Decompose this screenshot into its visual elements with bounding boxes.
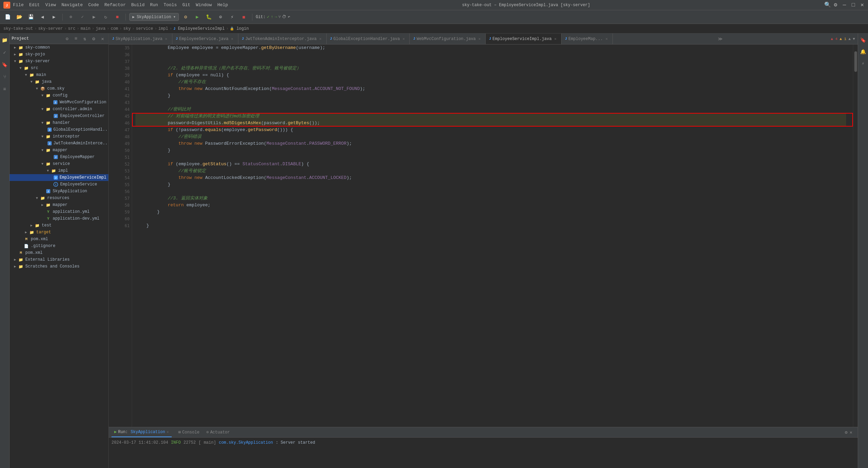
tree-item-gitignore[interactable]: 📄 .gitignore [10,243,108,249]
breakpoint-53[interactable] [135,168,141,174]
tree-item-sky-server[interactable]: ▼ 📁 sky-server [10,58,108,65]
stop-all-button[interactable]: ◼ [239,12,249,22]
breakpoint-45[interactable] [135,113,141,120]
panel-settings-button[interactable]: ⚙ [845,430,847,435]
tree-item-jwt[interactable]: J JwtTokenAdminInterce... [10,140,108,147]
tree-item-application-yml[interactable]: Y application.yml [10,208,108,215]
tree-item-controller[interactable]: ▼ 📁 controller.admin [10,106,108,113]
tree-item-employee-controller[interactable]: J EmployeeController [10,113,108,119]
menu-git[interactable]: Git [182,2,190,8]
menu-build[interactable]: Build [131,2,145,8]
close-tab-esi[interactable]: ✕ [553,37,558,41]
breakpoint-36[interactable] [135,51,141,58]
menu-window[interactable]: Window [196,2,212,8]
tree-item-interceptor[interactable]: ▼ 📁 interceptor [10,133,108,140]
close-tab-em[interactable]: ✕ [604,37,609,41]
maximize-button[interactable]: □ [851,3,856,8]
new-file-button[interactable]: 📄 [3,12,12,22]
tree-item-external-libs[interactable]: ▶ 📁 External Libraries [10,256,108,263]
console-tab[interactable]: ⊞ Console [176,430,202,435]
menu-run[interactable]: Run [150,2,158,8]
menu-tools[interactable]: Tools [163,2,177,8]
build-project-button[interactable]: ⚙ [181,12,190,22]
save-button[interactable]: 💾 [26,12,36,22]
tree-item-sky-common[interactable]: ▶ 📁 sky-common [10,44,108,51]
breakpoint-56[interactable] [135,188,141,195]
back-button[interactable]: ◀ [38,12,47,22]
breakpoint-48[interactable] [135,133,141,140]
tree-item-employee-mapper[interactable]: J EmployeeMapper [10,154,108,160]
tree-item-impl[interactable]: ▼ 📁 impl [10,167,108,174]
tab-employee-service-impl[interactable]: J EmployeeServiceImpl.java ✕ [486,34,562,44]
breakpoint-47[interactable] [135,127,141,133]
debug-button[interactable]: 🐛 [204,12,214,22]
breakpoint-40[interactable] [135,79,141,86]
tree-item-webmvc[interactable]: J WebMvcConfiguration [10,99,108,106]
tree-item-service[interactable]: ▼ 📁 service [10,160,108,167]
tree-item-main[interactable]: ▼ 📁 main [10,72,108,78]
run-app-button[interactable]: ▶ [193,12,202,22]
breakpoint-43[interactable] [135,99,141,106]
close-button[interactable]: ✕ [860,3,865,8]
tab-webmvc[interactable]: J WebMvcConfiguration.java ✕ [410,34,486,44]
breadcrumb-class[interactable]: J EmployeeServiceImpl [173,26,225,31]
git-branch-icon[interactable]: ⑂ [278,15,281,20]
breadcrumb-src[interactable]: src [68,26,76,31]
menu-help[interactable]: Help [217,2,228,8]
notifications-icon[interactable]: 🔔 [859,48,867,55]
breakpoint-39[interactable] [135,72,141,79]
settings-icon[interactable]: ⚙ [833,3,838,8]
tree-item-global-handler[interactable]: J GlobalExceptionHandl... [10,126,108,133]
breadcrumb-java[interactable]: java [96,26,106,31]
breadcrumb-com[interactable]: com [111,26,118,31]
code-content-area[interactable]: Employee employee = employeeMapper.getBy… [132,44,853,427]
breakpoint-49[interactable] [135,140,141,147]
structure-icon[interactable]: ≡ [1,86,9,93]
menu-navigate[interactable]: Navigate [62,2,83,8]
commit-icon[interactable]: ✓ [1,49,9,56]
project-view-icon[interactable]: 📁 [1,36,9,44]
tab-employee-service[interactable]: J EmployeeService.java ✕ [172,34,238,44]
breakpoint-52[interactable] [135,161,141,168]
tab-sky-application[interactable]: J SkyApplication.java ✕ [109,34,172,44]
breadcrumb-module[interactable]: sky-server [38,26,63,31]
breakpoint-60[interactable] [135,216,141,222]
close-tab-webmvc[interactable]: ✕ [477,37,482,41]
breakpoint-44[interactable] [135,106,141,113]
collapse-all-button[interactable]: ≡ [72,35,80,42]
git-icon[interactable]: ⑂ [1,73,9,81]
tree-item-sky-pojo[interactable]: ▶ 📁 sky-pojo [10,51,108,58]
more-tabs-button[interactable]: ≫ [715,36,725,42]
breadcrumb-project[interactable]: sky-take-out [3,26,33,31]
tree-item-mapper-res[interactable]: ▶ 📁 mapper [10,202,108,208]
coverage-button[interactable]: ⊙ [216,12,225,22]
tree-item-employee-service[interactable]: I EmployeeService [10,181,108,188]
breakpoint-46[interactable] [135,120,141,127]
bookmarks-icon[interactable]: 🔖 [1,61,9,68]
tree-item-scratches[interactable]: ▶ 📁 Scratches and Consoles [10,263,108,270]
locate-file-button[interactable]: ⊙ [63,35,71,42]
menu-edit[interactable]: Edit [29,2,40,8]
window-controls[interactable]: 🔍 ⚙ — □ ✕ [824,3,865,8]
tab-employee-map[interactable]: J EmployeeMap... ✕ [562,34,613,44]
tree-item-src[interactable]: ▼ 📁 src [10,65,108,72]
minimize-button[interactable]: — [842,3,847,8]
run-tab[interactable]: ▶ Run: SkyApplication ✕ [111,427,172,437]
tree-item-application-dev-yml[interactable]: Y application-dev.yml [10,215,108,222]
close-tab-global-handler[interactable]: ✕ [401,37,406,41]
vcs-commit-button[interactable]: ✓ [78,12,87,22]
breadcrumb-main[interactable]: main [81,26,91,31]
run-configuration-dropdown[interactable]: ▶ SkyApplication ▾ [129,13,179,21]
breakpoint-57[interactable] [135,195,141,202]
close-run-tab[interactable]: ✕ [167,430,169,434]
scroll-down-button[interactable]: ▼ [853,37,855,41]
git-fetch-icon[interactable]: → [275,15,277,20]
power-save-icon[interactable]: ⚡ [859,60,867,67]
scroll-up-button[interactable]: ▲ [849,37,851,41]
tree-item-pom-root[interactable]: M pom.xml [10,249,108,256]
git-push-icon[interactable]: ↑ [271,15,273,20]
stop-button[interactable]: ■ [113,12,122,22]
breakpoint-59[interactable] [135,209,141,216]
tree-item-test[interactable]: ▶ 📁 test [10,222,108,229]
menu-code[interactable]: Code [88,2,99,8]
